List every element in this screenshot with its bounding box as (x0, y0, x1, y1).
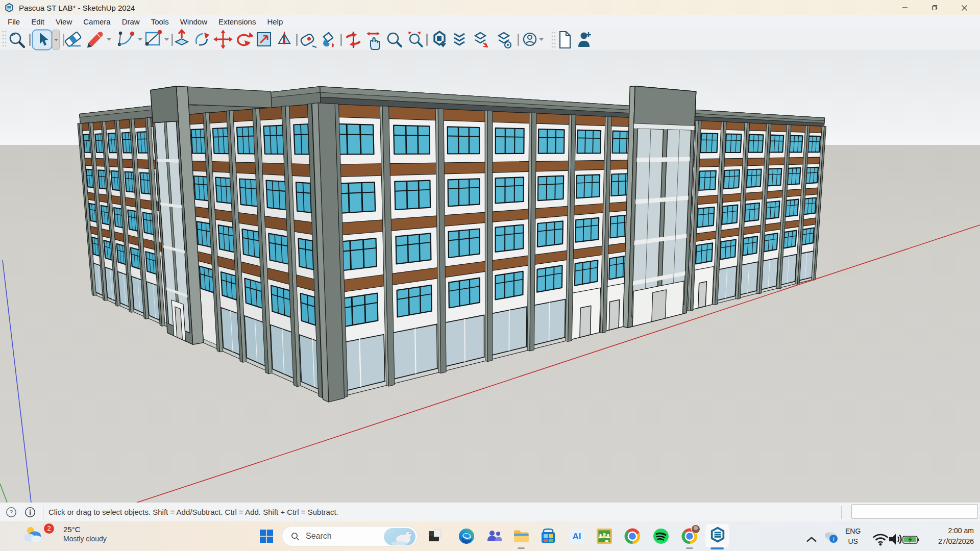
svg-text:i: i (832, 536, 834, 542)
svg-text:AI: AI (573, 532, 581, 541)
svg-text:?: ? (10, 509, 13, 515)
